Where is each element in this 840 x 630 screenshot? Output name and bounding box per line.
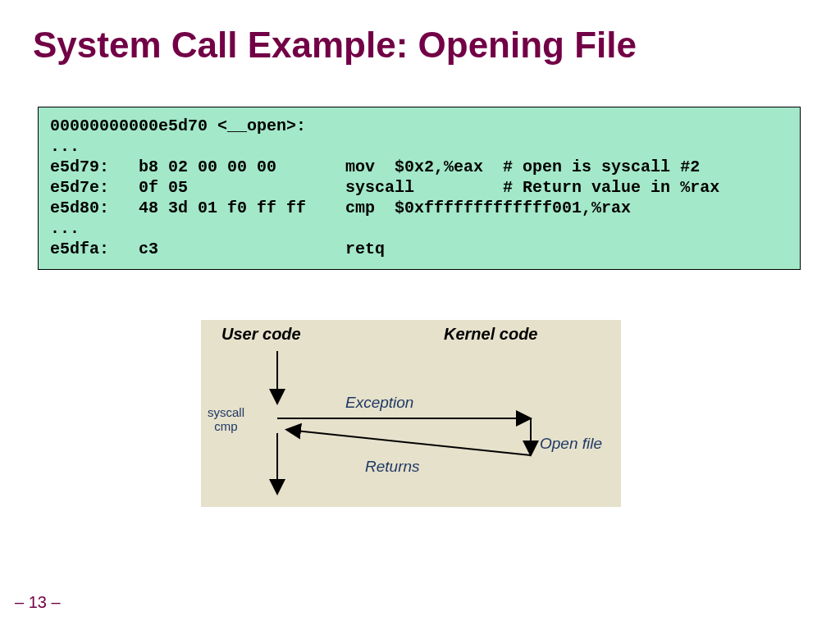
code-l1: 00000000000e5d70 <__open>: bbox=[50, 116, 306, 135]
exception-label: Exception bbox=[345, 394, 413, 412]
user-code-header: User code bbox=[221, 325, 301, 344]
code-l3: e5d79: b8 02 00 00 00 mov $0x2,%eax # op… bbox=[50, 158, 700, 176]
kernel-code-header: Kernel code bbox=[444, 325, 537, 344]
syscall-text: syscall bbox=[208, 405, 244, 419]
code-l4: e5d7e: 0f 05 syscall # Return value in %… bbox=[50, 178, 719, 197]
cmp-text: cmp bbox=[214, 419, 237, 433]
code-l5: e5d80: 48 3d 01 f0 ff ff cmp $0xffffffff… bbox=[50, 199, 631, 217]
slide-title: System Call Example: Opening File bbox=[33, 25, 637, 66]
code-l7: e5dfa: c3 retq bbox=[50, 240, 385, 258]
arrows-svg bbox=[201, 320, 621, 507]
code-listing: 00000000000e5d70 <__open>: ... e5d79: b8… bbox=[38, 107, 801, 270]
page-number: – 13 – bbox=[15, 593, 61, 612]
slide: System Call Example: Opening File 000000… bbox=[0, 0, 840, 630]
svg-line-3 bbox=[288, 430, 531, 455]
open-file-label: Open file bbox=[540, 435, 602, 453]
returns-label: Returns bbox=[365, 458, 420, 476]
code-l2: ... bbox=[50, 137, 80, 156]
syscall-diagram: User code Kernel code syscall cmp Except… bbox=[201, 320, 621, 507]
code-l6: ... bbox=[50, 219, 80, 238]
syscall-label: syscall cmp bbox=[208, 406, 244, 433]
